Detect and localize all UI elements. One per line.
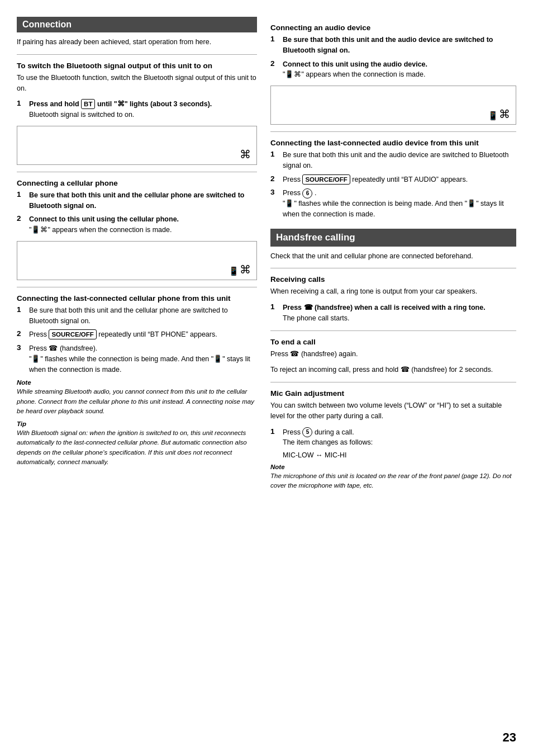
right-column: Connecting an audio device 1 Be sure tha… <box>270 17 516 739</box>
note-text-cellular: While streaming Bluetooth audio, you can… <box>17 387 257 416</box>
cellular-step1: 1 Be sure that both this unit and the ce… <box>17 190 257 211</box>
last-audio-step3: 3 Press 6 . "📱" flashes while the connec… <box>270 188 516 219</box>
audio-step2-sub: "📱⌘" appears when the connection is made… <box>283 70 425 78</box>
page-number: 23 <box>503 730 516 745</box>
cellular-step2-bold: Connect to this unit using the cellular … <box>29 215 179 223</box>
bt-button: BT <box>81 99 95 109</box>
receiving-step1-sub: The phone call starts. <box>283 314 350 322</box>
receiving-calls-intro: When receiving a call, a ring tone is ou… <box>270 286 516 297</box>
mic-arrow: MIC-LOW ↔ MIC-HI <box>283 451 516 459</box>
last-audio-step1-text: Be sure that both this unit and the audi… <box>283 150 516 171</box>
cellular-step1-text: Be sure that both this unit and the cell… <box>29 191 244 210</box>
tip-label: Tip <box>17 420 257 427</box>
connection-section-header: Connection <box>17 17 257 32</box>
mic-note-label: Note <box>270 464 516 470</box>
end-call-text1: Press ☎ (handsfree) again. <box>270 349 516 360</box>
handsfree-section-header: Handsfree calling <box>270 229 516 247</box>
mic-step1-sub: The item changes as follows: <box>283 438 373 446</box>
cellular-step2-sub: "📱⌘" appears when the connection is made… <box>29 226 172 234</box>
handsfree-title: Handsfree calling <box>276 232 355 243</box>
left-column: Connection If pairing has already been a… <box>17 17 257 739</box>
switch-bt-title: To switch the Bluetooth signal output of… <box>17 62 257 70</box>
bt-icon-display: ⌘ <box>240 263 251 276</box>
cellular-phone-title: Connecting a cellular phone <box>17 179 257 187</box>
audio-step2: 2 Connect to this unit using the audio d… <box>270 59 516 81</box>
audio-phone-icon: 📱 <box>488 111 498 121</box>
number6-btn: 6 <box>302 188 312 199</box>
audio-step1-bold: Be sure that both this unit and the audi… <box>283 36 493 54</box>
last-cellular-step1-text: Be sure that both this unit and the cell… <box>29 305 257 327</box>
divider-end-call <box>270 330 516 331</box>
phone-icon-small: 📱 <box>229 266 239 276</box>
note-label-cellular: Note <box>17 379 257 386</box>
audio-step2-bold: Connect to this unit using the audio dev… <box>283 60 427 68</box>
step1-text: Press and hold BT until "⌘" lights (abou… <box>29 100 212 108</box>
step3-sub: "📱" flashes while the connection is bein… <box>29 355 250 374</box>
end-call-title: To end a call <box>270 338 516 346</box>
last-cellular-step1: 1 Be sure that both this unit and the ce… <box>17 305 257 327</box>
audio-device-title: Connecting an audio device <box>270 23 516 32</box>
page-container: Connection If pairing has already been a… <box>0 0 533 756</box>
switch-bt-intro: To use the Bluetooth function, switch th… <box>17 73 257 94</box>
last-audio-step1: 1 Be sure that both this unit and the au… <box>270 150 516 171</box>
divider-audio <box>270 131 516 132</box>
audio-step1: 1 Be sure that both this unit and the au… <box>270 35 516 56</box>
connection-intro: If pairing has already been achieved, st… <box>17 37 257 48</box>
end-call-text2: To reject an incoming call, press and ho… <box>270 365 516 375</box>
receiving-step1-bold: Press ☎ (handsfree) when a call is recei… <box>283 304 486 311</box>
last-cellular-title: Connecting the last-connected cellular p… <box>17 294 257 303</box>
last-audio-title: Connecting the last-connected audio devi… <box>270 139 516 147</box>
divider-handsfree <box>270 268 516 268</box>
receiving-step1: 1 Press ☎ (handsfree) when a call is rec… <box>270 303 516 324</box>
divider-1 <box>17 54 257 55</box>
last-audio-step2: 2 Press SOURCE/OFF repeatedly until “BT … <box>270 174 516 185</box>
switch-bt-display: ⌘ <box>17 126 257 165</box>
mic-gain-title: Mic Gain adjustment <box>270 389 516 398</box>
audio-source-off-btn: SOURCE/OFF <box>302 174 350 185</box>
divider-2 <box>17 172 257 172</box>
audio-bt-icon: ⌘ <box>499 107 510 121</box>
last-cellular-step2: 2 Press SOURCE/OFF repeatedly until “BT … <box>17 329 257 340</box>
divider-mic <box>270 382 516 382</box>
mic-step1: 1 Press 5 during a call. The item change… <box>270 427 516 448</box>
source-off-btn: SOURCE/OFF <box>49 329 96 339</box>
last-audio-step3-sub: "📱" flashes while the connection is bein… <box>283 200 504 218</box>
cellular-step2: 2 Connect to this unit using the cellula… <box>17 214 257 235</box>
receiving-calls-title: Receiving calls <box>270 275 516 284</box>
step1-sub: Bluetooth signal is switched to on. <box>29 111 134 119</box>
number5-btn: 5 <box>302 427 312 437</box>
last-cellular-step3: 3 Press ☎ (handsfree). "📱" flashes while… <box>17 343 257 375</box>
switch-bt-step1: 1 Press and hold BT until "⌘" lights (ab… <box>17 99 257 120</box>
handsfree-intro: Check that the unit and cellular phone a… <box>270 251 516 262</box>
mic-gain-intro: You can switch between two volume levels… <box>270 400 516 422</box>
tip-text: With Bluetooth signal on: when the ignit… <box>17 428 257 467</box>
step-content: Press and hold BT until "⌘" lights (abou… <box>29 99 212 120</box>
mic-note-text: The microphone of this unit is located o… <box>270 471 516 491</box>
bluetooth-icon: ⌘ <box>240 148 251 161</box>
divider-3 <box>17 287 257 287</box>
step-num: 1 <box>17 99 26 107</box>
audio-display: 📱⌘ <box>270 86 516 125</box>
handsfree-icon: ☎ <box>49 344 58 352</box>
cellular-display: 📱⌘ <box>17 241 257 280</box>
connection-title: Connection <box>22 20 72 29</box>
